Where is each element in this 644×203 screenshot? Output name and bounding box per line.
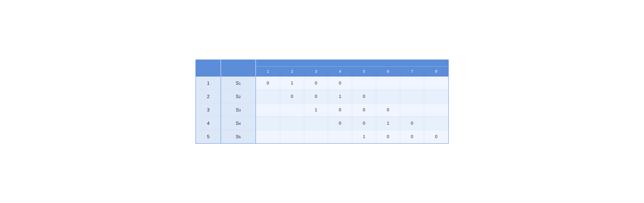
value-cell-r4-c7: 0 — [424, 130, 448, 144]
sales-cell-2: S3 — [221, 103, 256, 116]
month-cell-2: 3 — [196, 103, 221, 116]
value-cell-r3-c0 — [256, 116, 280, 130]
value-cell-r1-c6 — [400, 90, 424, 103]
value-cell-r1-c0 — [256, 90, 280, 103]
value-cell-r0-c7 — [424, 76, 448, 90]
value-cell-r3-c1 — [280, 116, 304, 130]
value-cell-r2-c7 — [424, 103, 448, 116]
value-cell-r2-c5: 0 — [376, 103, 400, 116]
month-cell-4: 5 — [196, 130, 221, 144]
month-cell-1: 2 — [196, 90, 221, 103]
value-cell-r3-c7 — [424, 116, 448, 130]
value-cell-r1-c4: 0 — [352, 90, 376, 103]
value-cell-r0-c4 — [352, 76, 376, 90]
value-cell-r1-c2: 0 — [304, 90, 328, 103]
table-row: 1S10100 — [196, 76, 448, 90]
value-cell-r2-c3: 0 — [328, 103, 352, 116]
value-cell-r3-c2 — [304, 116, 328, 130]
sales-cell-4: S5 — [221, 130, 256, 144]
sales-table: 12345678 1S101002S200103S310004S400105S5… — [196, 60, 449, 144]
sales-cell-3: S4 — [221, 116, 256, 130]
sub-header-col-1: 1 — [256, 66, 280, 76]
value-cell-r3-c4: 0 — [352, 116, 376, 130]
monthly-sales-header — [221, 60, 256, 76]
value-cell-r3-c3: 0 — [328, 116, 352, 130]
sub-header-col-8: 8 — [424, 66, 448, 76]
month-of-sales-header — [196, 60, 221, 76]
sub-header-col-4: 4 — [328, 66, 352, 76]
sales-cell-0: S1 — [221, 76, 256, 90]
value-cell-r2-c2: 1 — [304, 103, 328, 116]
value-cell-r2-c1 — [280, 103, 304, 116]
value-cell-r2-c6 — [400, 103, 424, 116]
table-row: 3S31000 — [196, 103, 448, 116]
table-row: 4S40010 — [196, 116, 448, 130]
sub-header-col-6: 6 — [376, 66, 400, 76]
value-cell-r4-c2 — [304, 130, 328, 144]
value-cell-r4-c0 — [256, 130, 280, 144]
value-cell-r0-c3: 0 — [328, 76, 352, 90]
sales-cell-1: S2 — [221, 90, 256, 103]
value-cell-r4-c3 — [328, 130, 352, 144]
return-by-month-header — [256, 60, 448, 66]
value-cell-r1-c1: 0 — [280, 90, 304, 103]
value-cell-r0-c1: 1 — [280, 76, 304, 90]
sub-header-col-2: 2 — [280, 66, 304, 76]
value-cell-r2-c4: 0 — [352, 103, 376, 116]
month-cell-3: 4 — [196, 116, 221, 130]
value-cell-r4-c6: 0 — [400, 130, 424, 144]
sub-header-col-3: 3 — [304, 66, 328, 76]
value-cell-r3-c5: 1 — [376, 116, 400, 130]
value-cell-r0-c2: 0 — [304, 76, 328, 90]
value-cell-r4-c1 — [280, 130, 304, 144]
month-cell-0: 1 — [196, 76, 221, 90]
value-cell-r2-c0 — [256, 103, 280, 116]
value-cell-r4-c5: 0 — [376, 130, 400, 144]
sub-header-col-5: 5 — [352, 66, 376, 76]
table-row: 5S51000 — [196, 130, 448, 144]
value-cell-r1-c7 — [424, 90, 448, 103]
sub-header-col-7: 7 — [400, 66, 424, 76]
value-cell-r0-c0: 0 — [256, 76, 280, 90]
value-cell-r0-c5 — [376, 76, 400, 90]
table-container: 12345678 1S101002S200103S310004S400105S5… — [196, 60, 449, 144]
value-cell-r1-c5 — [376, 90, 400, 103]
value-cell-r1-c3: 1 — [328, 90, 352, 103]
table-row: 2S20010 — [196, 90, 448, 103]
value-cell-r4-c4: 1 — [352, 130, 376, 144]
value-cell-r3-c6: 0 — [400, 116, 424, 130]
value-cell-r0-c6 — [400, 76, 424, 90]
